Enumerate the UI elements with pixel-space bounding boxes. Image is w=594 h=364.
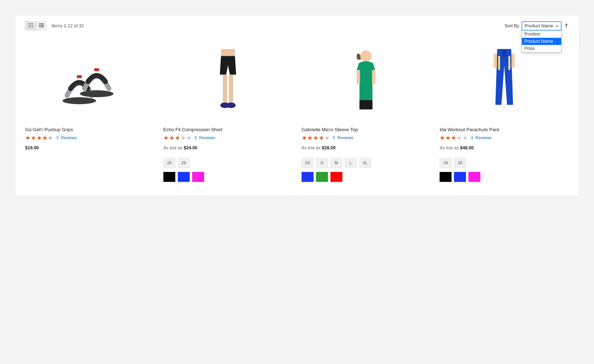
- reviews-link[interactable]: 3 Reviews: [194, 135, 215, 140]
- svg-rect-30: [508, 56, 510, 70]
- color-swatches: [440, 172, 569, 182]
- color-swatches: [163, 172, 293, 182]
- view-list-button[interactable]: [36, 21, 46, 30]
- size-swatch[interactable]: 28: [163, 158, 175, 168]
- svg-rect-20: [223, 75, 227, 102]
- size-swatch[interactable]: 29: [178, 158, 190, 168]
- view-mode-toggle: [25, 21, 46, 31]
- svg-rect-29: [498, 56, 500, 70]
- price: $19.00: [25, 145, 154, 151]
- price-value: $48.00: [460, 145, 474, 150]
- svg-point-15: [62, 97, 96, 104]
- sort-option-price[interactable]: Price: [522, 45, 561, 52]
- chevron-down-icon: [555, 23, 558, 29]
- svg-rect-8: [32, 27, 33, 28]
- product-name-link[interactable]: Echo Fit Compression Short: [163, 127, 293, 132]
- sort-option-position[interactable]: Position: [522, 31, 561, 38]
- color-swatch[interactable]: [440, 172, 452, 182]
- price: As low as $24.00: [163, 145, 293, 151]
- svg-rect-3: [28, 25, 29, 26]
- svg-rect-4: [30, 25, 31, 26]
- pushup-grips-illustration: [35, 47, 145, 117]
- svg-rect-27: [372, 70, 375, 84]
- color-swatch[interactable]: [330, 172, 342, 182]
- size-swatch[interactable]: L: [345, 158, 357, 168]
- rating-row: ★★★★★ ★★★★★ 3 Reviews: [25, 135, 154, 141]
- svg-rect-6: [28, 27, 29, 28]
- color-swatch[interactable]: [178, 172, 190, 182]
- svg-rect-21: [229, 75, 233, 102]
- price-value: $19.00: [25, 145, 39, 150]
- as-low-as-label: As low as: [440, 145, 459, 150]
- product-grid: Go-Get'r Pushup Grips ★★★★★ ★★★★★ 3 Revi…: [25, 40, 569, 186]
- product-name-link[interactable]: Ida Workout Parachute Pant: [440, 127, 569, 132]
- color-swatch[interactable]: [468, 172, 480, 182]
- product-name-link[interactable]: Gabrielle Micro Sleeve Top: [302, 127, 431, 132]
- product-image[interactable]: [302, 40, 431, 122]
- star-rating: ★★★★★ ★★★★★: [163, 135, 192, 141]
- color-swatch[interactable]: [454, 172, 466, 182]
- parachute-pant-illustration: [449, 47, 559, 117]
- size-swatch[interactable]: XL: [359, 158, 371, 168]
- size-swatch[interactable]: 28: [440, 158, 452, 168]
- toolbar-left: Items 1-12 of 32: [25, 21, 84, 31]
- size-swatch[interactable]: XS: [302, 158, 314, 168]
- reviews-link[interactable]: 3 Reviews: [56, 135, 77, 140]
- sort-by-dropdown: Position Product Name Price: [522, 31, 561, 52]
- item-count-text: Items 1-12 of 32: [51, 23, 84, 29]
- toolbar: Items 1-12 of 32 Sort By Product Name Po…: [25, 21, 569, 31]
- svg-point-23: [226, 102, 235, 108]
- star-rating: ★★★★★ ★★★★★: [302, 135, 330, 141]
- reviews-link[interactable]: 3 Reviews: [471, 135, 491, 140]
- svg-rect-1: [30, 23, 31, 24]
- as-low-as-label: As low as: [163, 145, 183, 150]
- product-image[interactable]: [163, 40, 293, 122]
- star-rating: ★★★★★ ★★★★★: [25, 135, 54, 141]
- size-swatches: 28 29: [163, 158, 293, 168]
- color-swatch[interactable]: [316, 172, 328, 182]
- sort-direction-button[interactable]: [564, 23, 569, 29]
- svg-rect-25: [360, 100, 372, 109]
- price: As low as $28.00: [302, 145, 431, 151]
- svg-rect-10: [40, 23, 44, 24]
- reviews-link[interactable]: 3 Reviews: [333, 135, 353, 140]
- product-name-link[interactable]: Go-Get'r Pushup Grips: [25, 127, 154, 132]
- svg-point-31: [495, 105, 504, 111]
- review-count: 3: [194, 135, 197, 140]
- price-value: $24.00: [184, 145, 197, 150]
- color-swatch[interactable]: [302, 172, 314, 182]
- reviews-label: Reviews: [475, 135, 491, 140]
- svg-rect-16: [77, 75, 82, 78]
- sort-option-product-name[interactable]: Product Name: [522, 38, 561, 45]
- svg-rect-12: [40, 25, 44, 26]
- color-swatch[interactable]: [163, 172, 175, 182]
- svg-rect-28: [503, 50, 506, 57]
- sleeve-top-illustration: [311, 47, 421, 117]
- svg-rect-34: [511, 54, 515, 68]
- product-image[interactable]: [25, 40, 154, 122]
- product-image[interactable]: [440, 40, 569, 122]
- size-swatches: XS S M L XL: [302, 158, 431, 168]
- color-swatch[interactable]: [192, 172, 204, 182]
- list-icon: [39, 23, 44, 28]
- sort-by-select-wrap: Product Name Position Product Name Price: [522, 21, 561, 31]
- size-swatches: 28 29: [440, 158, 569, 168]
- compression-short-illustration: [173, 47, 283, 117]
- size-swatch[interactable]: S: [316, 158, 328, 168]
- svg-rect-26: [357, 70, 360, 84]
- toolbar-right: Sort By Product Name Position Product Na…: [504, 21, 569, 31]
- size-swatch[interactable]: M: [330, 158, 342, 168]
- size-swatch[interactable]: 29: [454, 158, 466, 168]
- sort-by-select[interactable]: Product Name: [522, 21, 561, 31]
- grid-icon: [28, 23, 33, 29]
- svg-point-17: [80, 90, 114, 97]
- color-swatches: [302, 172, 431, 182]
- svg-rect-33: [494, 54, 497, 68]
- reviews-label: Reviews: [337, 135, 353, 140]
- as-low-as-label: As low as: [302, 145, 321, 150]
- svg-rect-14: [40, 26, 44, 27]
- price: As low as $48.00: [440, 145, 569, 151]
- rating-row: ★★★★★ ★★★★★ 3 Reviews: [163, 135, 293, 141]
- view-grid-button[interactable]: [25, 21, 36, 30]
- rating-row: ★★★★★ ★★★★★ 3 Reviews: [440, 135, 569, 141]
